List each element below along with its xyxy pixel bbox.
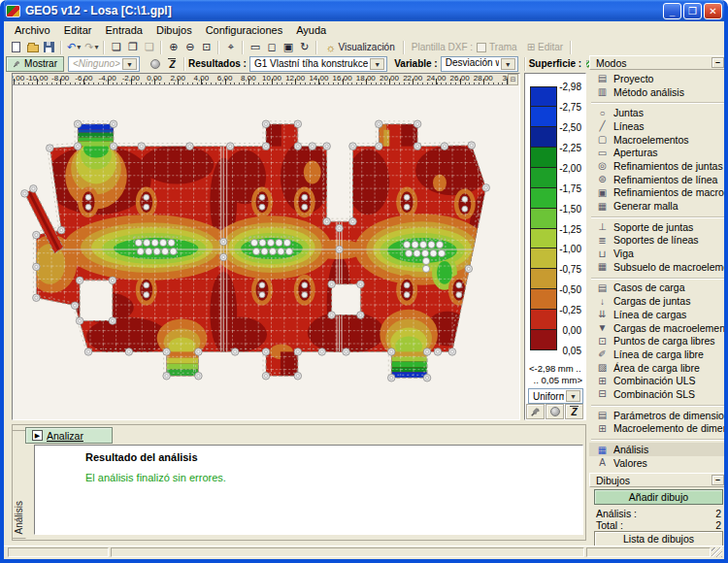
mode-item-generar-malla[interactable]: ▦Generar malla xyxy=(589,199,728,213)
mode-item-area-de-carga-libre[interactable]: ▨Área de carga libre xyxy=(589,361,728,375)
mode-item-macroelemento-de-dimensionamientos[interactable]: ⊞Macroelemento de dimensionamientos xyxy=(589,422,728,436)
analysis-vertical-tab[interactable]: Análisis xyxy=(12,430,26,539)
redo-button[interactable]: ↷▾ xyxy=(83,40,100,55)
resultados-value: G1 Vlastní tíha konstrukce xyxy=(254,58,368,69)
ruler-tick xyxy=(413,79,414,84)
resultados-dropdown[interactable]: G1 Vlastní tíha konstrukce ▼ xyxy=(249,56,387,72)
mode-item-casos-de-carga[interactable]: ▤Casos de carga xyxy=(589,282,728,295)
mode-item-lineas[interactable]: ╱Líneas xyxy=(589,119,728,133)
mode-item-soporte-de-juntas[interactable]: ⊥Soporte de juntas xyxy=(589,220,728,234)
mode-item-analisis[interactable]: ▦Análisis xyxy=(589,443,728,456)
menu-configuraciones[interactable]: Configuraciones xyxy=(199,22,290,38)
visualization-button[interactable]: ☼ Visualización xyxy=(320,40,399,55)
paste-button[interactable]: ❏ xyxy=(141,40,157,55)
mode-item-linea-de-carga-libre[interactable]: ✐Línea de carga libre xyxy=(589,348,728,361)
mode-item-cargas-de-juntas[interactable]: ↓Cargas de juntas xyxy=(589,294,728,308)
mode-item-juntas[interactable]: ○Juntas xyxy=(589,106,728,119)
mode-item-subsuelo-de-macroelemento[interactable]: ▦Subsuelo de macroelemento xyxy=(589,260,728,274)
collapse-dibujos-button[interactable]: – xyxy=(711,475,724,485)
show-setting-dropdown[interactable]: <Ninguno> ▼ xyxy=(68,56,140,72)
mode-item-cargas-de-macroelemento[interactable]: ▼Cargas de macroelemento xyxy=(589,321,728,335)
zoom-in-button[interactable]: ⊕ xyxy=(165,40,182,55)
legend-label: -2,50 xyxy=(559,121,581,132)
mostrar-label: Mostrar xyxy=(24,58,57,69)
z-axis-icon: Z xyxy=(570,406,578,417)
mode-item-label: Combinación SLS xyxy=(613,388,695,400)
mode-item-refinamientos-de-macroelemento[interactable]: ▣Refinamientos de macroelemento xyxy=(589,186,728,200)
copy-icon: ❏ xyxy=(112,41,121,53)
ruler-tick xyxy=(272,79,273,84)
mode-item-combinacion-uls[interactable]: ⊞Combinación ULS xyxy=(589,374,728,387)
mode-item-aperturas[interactable]: ▭Aperturas xyxy=(589,146,728,159)
open-file-button[interactable] xyxy=(24,40,41,55)
maximize-button[interactable]: ❐ xyxy=(683,3,702,19)
mode-item-macroelementos[interactable]: ▢Macroelementos xyxy=(589,133,728,147)
analysis-panel: Análisis ▶ Analizar Resultado del anális… xyxy=(12,424,586,541)
mode-item-metodo-analisis[interactable]: ▥Método análisis xyxy=(589,85,728,99)
dibujos-header: Dibujos – xyxy=(589,473,728,487)
trama-checkbox[interactable] xyxy=(477,43,486,52)
mode-item-combinacion-sls[interactable]: ⊟Combinación SLS xyxy=(589,387,728,401)
menu-archivo[interactable]: Archivo xyxy=(8,22,57,38)
legend-band xyxy=(530,310,557,330)
slab-contour-plot[interactable] xyxy=(13,85,519,419)
mode-item-label: Macroelementos xyxy=(613,134,689,146)
mode-item-valores[interactable]: AValores xyxy=(589,456,728,470)
mode-item-refinamientos-de-linea[interactable]: ⊜Refinamientos de línea xyxy=(589,173,728,186)
legend-point-button[interactable] xyxy=(546,404,564,419)
undo-button[interactable]: ↶▾ xyxy=(65,40,83,55)
legend-settings-button[interactable] xyxy=(526,404,545,419)
menu-entrada[interactable]: Entrada xyxy=(98,22,149,38)
drawing-canvas[interactable]: -12,00-10,00-8,00-6,00-4,00-2,000,002,00… xyxy=(12,73,520,420)
mode-item-linea-de-cargas[interactable]: ⇊Línea de cargas xyxy=(589,308,728,321)
select-rect-button[interactable]: ▭ xyxy=(247,40,263,55)
legend-max-note: .. 0,05 mm> xyxy=(534,375,582,385)
select-dashed-button[interactable]: ◻ xyxy=(263,40,280,55)
close-button[interactable]: ✕ xyxy=(704,3,722,19)
add-drawing-button[interactable]: Añadir dibujo xyxy=(594,489,723,505)
ruler-tick xyxy=(37,79,38,84)
variable-value: Desviación wz xyxy=(446,57,499,70)
mode-item-viga[interactable]: ⊔Viga xyxy=(589,247,728,260)
zoom-window-button[interactable]: ⊡ xyxy=(198,40,215,55)
mostrar-button[interactable]: Mostrar xyxy=(6,56,64,72)
resize-grip[interactable] xyxy=(711,547,722,557)
mode-item-refinamientos-de-juntas[interactable]: ◎Refinamientos de juntas xyxy=(589,159,728,173)
mode-item-distribuciones[interactable]: ADistribuciones xyxy=(589,470,728,471)
mode-item-label: Líneas xyxy=(613,120,645,132)
menu-ayuda[interactable]: Ayuda xyxy=(289,22,333,38)
menu-bar: ArchivoEditarEntradaDibujosConfiguracion… xyxy=(4,21,724,39)
cargas-de-macroelemento-icon: ▼ xyxy=(596,322,609,333)
scale-mode-dropdown[interactable]: Uniforme ▼ xyxy=(528,388,583,404)
rotate-view-button[interactable]: ↻ xyxy=(296,40,313,55)
menu-dibujos[interactable]: Dibujos xyxy=(149,22,199,38)
mode-item-soportes-de-lineas[interactable]: ≣Soportes de líneas xyxy=(589,234,728,248)
select-nodes-button[interactable]: ▣ xyxy=(280,40,296,55)
analizar-button[interactable]: ▶ Analizar xyxy=(25,427,113,444)
legend-axis-button[interactable]: Z xyxy=(565,404,583,419)
mode-item-label: Subsuelo de macroelemento xyxy=(613,261,728,273)
collapse-modes-button[interactable]: – xyxy=(711,57,724,68)
menu-editar[interactable]: Editar xyxy=(57,22,99,38)
mode-item-label: Distribuciones xyxy=(613,470,678,471)
mode-item-parametros-de-dimensionamiento[interactable]: ▤Parámetros de dimensionamiento xyxy=(589,409,728,422)
drawing-list-button[interactable]: Lista de dibujos xyxy=(594,531,723,546)
mode-item-puntos-de-carga-libres[interactable]: ⊡Puntos de carga libres xyxy=(589,334,728,348)
visualization-icon: ☼ xyxy=(325,42,335,53)
scale-mode-value: Uniforme xyxy=(533,391,564,402)
point-style-button[interactable] xyxy=(148,56,164,72)
new-file-button[interactable] xyxy=(8,40,24,55)
copy-view-button[interactable]: ❐ xyxy=(124,40,141,55)
save-button[interactable] xyxy=(41,40,57,55)
mode-item-label: Cargas de macroelemento xyxy=(613,322,728,334)
ruler-tick xyxy=(389,79,390,84)
zoom-out-button[interactable]: ⊖ xyxy=(182,40,198,55)
ruler-settings-button[interactable]: ⊟ xyxy=(508,74,518,85)
metodo-analisis-icon: ▥ xyxy=(596,86,609,97)
mode-item-proyecto[interactable]: ▤Proyecto xyxy=(589,72,728,85)
minimize-button[interactable]: _ xyxy=(663,3,681,19)
pan-button[interactable]: ⌖ xyxy=(222,40,239,55)
copy-button[interactable]: ❏ xyxy=(108,40,124,55)
variable-dropdown[interactable]: Desviación wz ▼ xyxy=(441,56,518,72)
axis-z-button[interactable]: Z xyxy=(164,56,181,72)
